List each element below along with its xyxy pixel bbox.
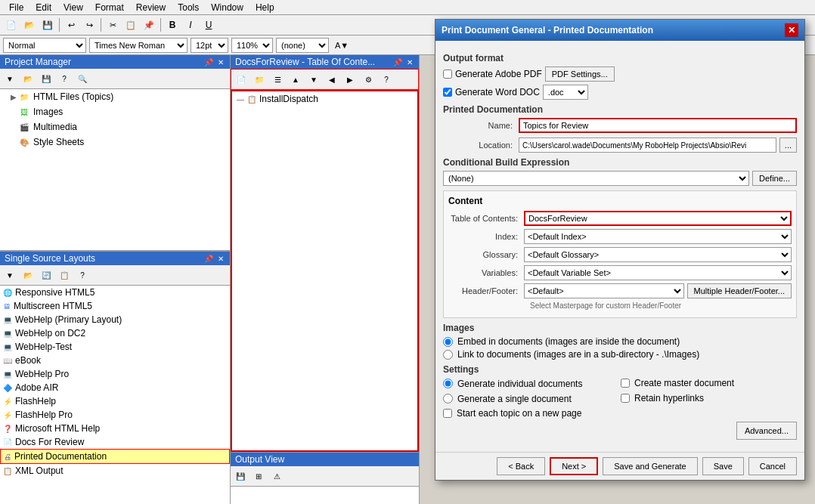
generate-word-checkbox[interactable]: [443, 88, 452, 97]
ssl-ebook[interactable]: 📖eBook: [0, 354, 230, 367]
back-btn[interactable]: < Back: [497, 457, 545, 475]
next-btn[interactable]: Next >: [550, 457, 598, 475]
menu-view[interactable]: View: [57, 1, 89, 14]
cut-btn[interactable]: ✂: [104, 17, 121, 33]
output-grid-btn[interactable]: ⊞: [250, 468, 267, 484]
retain-hyperlinks-checkbox[interactable]: [621, 394, 630, 403]
toc-folder-btn[interactable]: 📁: [251, 71, 268, 88]
ssl-new-btn[interactable]: ▼: [2, 267, 18, 283]
toc-props-btn[interactable]: ⚙: [360, 71, 377, 88]
toc-down-btn[interactable]: ▼: [305, 71, 322, 88]
tree-item-multimedia[interactable]: 🎬 Multimedia: [0, 119, 230, 135]
ssl-webhelp-test[interactable]: 💻WebHelp-Test: [0, 340, 230, 354]
italic-btn[interactable]: I: [182, 17, 199, 33]
ssl-flashhelp[interactable]: ⚡FlashHelp: [0, 394, 230, 408]
ssl-responsive-html5[interactable]: 🌐Responsive HTML5: [0, 286, 230, 299]
pm-pin-btn[interactable]: 📌: [203, 58, 215, 66]
toc-list-btn[interactable]: ☰: [269, 71, 286, 88]
browse-btn[interactable]: ...: [779, 138, 797, 153]
output-save-btn[interactable]: 💾: [232, 468, 249, 484]
menu-review[interactable]: Review: [130, 1, 172, 14]
ssl-multiscreen-html5[interactable]: 🖥Multiscreen HTML5: [0, 299, 230, 313]
define-btn[interactable]: Define...: [752, 171, 797, 186]
pm-new-btn[interactable]: ▼: [2, 70, 18, 87]
menu-edit[interactable]: Edit: [29, 1, 57, 14]
open-btn[interactable]: 📂: [21, 17, 38, 33]
embed-radio[interactable]: [443, 337, 453, 347]
ssl-prop-btn[interactable]: 📋: [56, 267, 73, 283]
style-none-select[interactable]: (none): [276, 38, 329, 53]
ssl-webhelp-pro[interactable]: 💻WebHelp Pro: [0, 367, 230, 381]
ssl-webhelp-primary[interactable]: 💻WebHelp (Primary Layout): [0, 313, 230, 326]
ssl-close-btn[interactable]: ✕: [216, 255, 225, 263]
bold-btn[interactable]: B: [164, 17, 181, 33]
new-btn[interactable]: 📄: [3, 17, 20, 33]
index-select[interactable]: <Default Index>: [524, 229, 792, 244]
hf-select[interactable]: <Default>: [524, 283, 684, 298]
pm-close-btn[interactable]: ✕: [216, 58, 225, 66]
undo-btn[interactable]: ↩: [63, 17, 79, 33]
pm-help-btn[interactable]: ?: [56, 70, 73, 87]
menu-format[interactable]: Format: [89, 1, 130, 14]
variables-select[interactable]: <Default Variable Set>: [524, 265, 792, 280]
redo-btn[interactable]: ↪: [81, 17, 98, 33]
ssl-xml-output[interactable]: 📋XML Output: [0, 464, 230, 478]
toc-pin-btn[interactable]: 📌: [392, 58, 404, 66]
generate-pdf-checkbox[interactable]: [443, 70, 452, 79]
save-btn[interactable]: 💾: [39, 17, 56, 33]
ssl-adobe-air[interactable]: 🔷Adobe AIR: [0, 381, 230, 394]
menu-file[interactable]: File: [3, 1, 29, 14]
tree-item-stylesheets[interactable]: 🎨 Style Sheets: [0, 135, 230, 150]
save-generate-btn[interactable]: Save and Generate: [603, 457, 697, 475]
name-input[interactable]: [519, 118, 797, 133]
ssl-ms-html-help[interactable]: ❓Microsoft HTML Help: [0, 422, 230, 435]
ssl-docs-for-review[interactable]: 📄Docs For Review: [0, 435, 230, 449]
style-select[interactable]: Normal: [3, 38, 86, 53]
conditional-select[interactable]: (None): [443, 171, 749, 186]
location-input[interactable]: [519, 138, 776, 153]
multiple-hf-btn[interactable]: Multiple Header/Footer...: [687, 283, 792, 298]
save-footer-btn[interactable]: Save: [702, 457, 744, 475]
menu-window[interactable]: Window: [205, 1, 249, 14]
link-radio[interactable]: [443, 350, 453, 360]
size-select[interactable]: 12pt: [191, 38, 228, 53]
ssl-help-btn[interactable]: ?: [74, 267, 91, 283]
start-new-page-checkbox[interactable]: [443, 409, 452, 418]
ssl-pin-btn[interactable]: 📌: [203, 255, 215, 263]
toc-select[interactable]: DocsForReview: [524, 211, 792, 226]
ssl-save-btn[interactable]: 🔄: [38, 267, 54, 283]
pm-save-btn[interactable]: 💾: [38, 70, 54, 87]
toc-right-btn[interactable]: ▶: [342, 71, 358, 88]
create-master-checkbox[interactable]: [621, 379, 630, 388]
glossary-select[interactable]: <Default Glossary>: [524, 247, 792, 262]
toc-new-btn[interactable]: 📄: [233, 71, 249, 88]
toc-up-btn[interactable]: ▲: [287, 71, 304, 88]
pdf-settings-btn[interactable]: PDF Settings...: [545, 66, 615, 82]
toc-help-btn[interactable]: ?: [378, 71, 395, 88]
font-color-btn[interactable]: A▼: [332, 37, 352, 54]
menu-help[interactable]: Help: [249, 1, 280, 14]
cancel-btn[interactable]: Cancel: [748, 457, 797, 475]
toc-item-installdispatch[interactable]: — 📋 InstallDispatch: [232, 91, 417, 107]
ssl-flashhelp-pro[interactable]: ⚡FlashHelp Pro: [0, 408, 230, 422]
tree-item-images[interactable]: 🖼 Images: [0, 104, 230, 119]
dialog-close-btn[interactable]: ✕: [785, 23, 798, 37]
ssl-webhelp-dc2[interactable]: 💻WebHelp on DC2: [0, 326, 230, 340]
advanced-btn[interactable]: Advanced...: [736, 422, 797, 440]
ssl-open-btn[interactable]: 📂: [20, 267, 36, 283]
menu-tools[interactable]: Tools: [172, 1, 205, 14]
word-ext-select[interactable]: .doc: [543, 85, 588, 100]
font-select[interactable]: Times New Roman: [89, 38, 187, 53]
toc-close-btn[interactable]: ✕: [405, 58, 414, 66]
gen-individual-radio[interactable]: [443, 379, 453, 388]
paste-btn[interactable]: 📌: [141, 17, 157, 33]
pm-open-btn[interactable]: 📂: [20, 70, 36, 87]
tree-item-html-files[interactable]: ▶ 📁 HTML Files (Topics): [0, 89, 230, 104]
zoom-select[interactable]: 110%: [231, 38, 273, 53]
pm-search-btn[interactable]: 🔍: [74, 70, 91, 87]
ssl-printed-documentation[interactable]: 🖨Printed Documentation: [0, 449, 230, 464]
copy-btn[interactable]: 📋: [122, 17, 139, 33]
toc-left-btn[interactable]: ◀: [324, 71, 340, 88]
output-warn-btn[interactable]: ⚠: [268, 468, 285, 484]
gen-single-radio[interactable]: [443, 394, 453, 404]
